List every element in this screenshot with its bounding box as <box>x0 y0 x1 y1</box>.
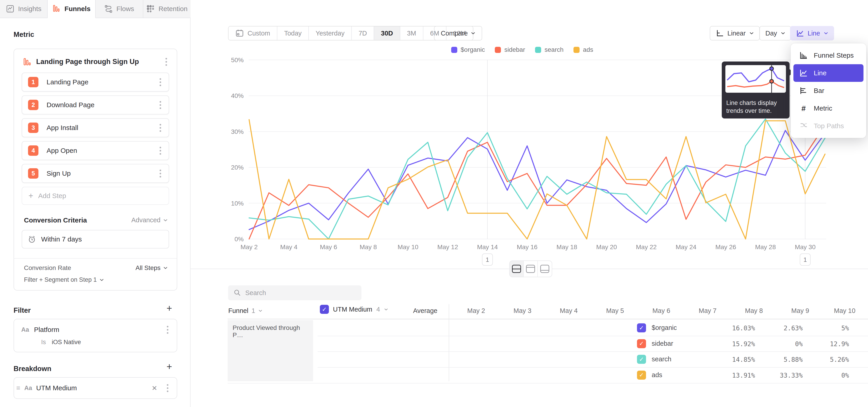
chart-only-view-button[interactable] <box>524 261 538 277</box>
chevron-down-icon <box>781 32 785 35</box>
tab-funnels[interactable]: Funnels <box>48 0 95 18</box>
menu-item-label: Top Paths <box>814 122 844 130</box>
menu-item-metric[interactable]: #Metric <box>794 99 864 117</box>
average-value: 13.91% <box>712 372 755 379</box>
tab-retention[interactable]: Retention <box>143 0 191 18</box>
funnels-app: InsightsFunnelsFlowsRetention Metric Lan… <box>0 0 868 407</box>
svg-text:1: 1 <box>804 256 807 263</box>
filter-clause[interactable]: Is iOS Native <box>41 339 81 346</box>
step-kebab-icon[interactable] <box>156 77 164 88</box>
filter-segment-dropdown[interactable]: Filter + Segment on Step 1 <box>24 276 104 283</box>
row-checkbox[interactable]: ✓ <box>637 355 646 364</box>
row-name: sidebar <box>652 340 673 347</box>
filter-property-name: Platform <box>34 326 159 334</box>
funnel-column-header[interactable]: Funnel 1 <box>228 307 262 315</box>
range-custom[interactable]: Custom <box>228 27 277 40</box>
breakdown-property-row[interactable]: ≡ Aa UTM Medium ✕ <box>16 378 171 398</box>
scale-dropdown[interactable]: Linear <box>710 26 760 40</box>
funnel-step-5[interactable]: 5 Sign Up <box>22 164 169 183</box>
breakdown-column-header[interactable]: ✓ UTM Medium 4 <box>320 305 388 314</box>
funnel-step-3[interactable]: 3 App Install <box>22 118 169 137</box>
row-checkbox[interactable]: ✓ <box>637 339 646 348</box>
date-column-header: May 7 <box>674 307 717 315</box>
granularity-label: Day <box>765 30 777 37</box>
split-view-button[interactable] <box>510 261 524 277</box>
svg-text:May 26: May 26 <box>715 244 736 251</box>
step-kebab-icon[interactable] <box>156 122 164 133</box>
funnel-step-1[interactable]: 1 Landing Page <box>22 72 169 92</box>
all-steps-label: All Steps <box>135 264 161 272</box>
metric-icon: # <box>799 104 808 113</box>
menu-item-bar[interactable]: Bar <box>794 82 864 99</box>
svg-text:May 12: May 12 <box>437 244 458 251</box>
metric-card-header[interactable]: Landing Page through Sign Up <box>23 55 170 69</box>
tab-flows[interactable]: Flows <box>96 0 143 18</box>
cell-value: 8% <box>852 324 868 332</box>
filter-kebab-icon[interactable] <box>164 324 171 335</box>
range-3m[interactable]: 3M <box>400 27 423 40</box>
add-filter-button[interactable]: + <box>164 304 174 313</box>
row-checkbox[interactable]: ✓ <box>637 371 646 380</box>
menu-item-line[interactable]: Line <box>794 64 864 82</box>
tab-insights[interactable]: Insights <box>0 0 48 18</box>
range-7d[interactable]: 7D <box>352 27 374 40</box>
search-input[interactable] <box>245 289 354 296</box>
all-steps-dropdown[interactable]: All Steps <box>135 264 168 272</box>
range-label: 7D <box>359 30 367 37</box>
step-kebab-icon[interactable] <box>156 168 164 179</box>
table-row-ads[interactable]: ✓ ads 13.91%33.33%0%16.67%0%0%0%0%14.29%… <box>318 368 868 383</box>
step-kebab-icon[interactable] <box>156 145 164 156</box>
table-search[interactable] <box>228 285 362 300</box>
granularity-dropdown[interactable]: Day <box>760 26 791 40</box>
range-yesterday[interactable]: Yesterday <box>309 27 352 40</box>
chart-type-dropdown[interactable]: Line <box>790 26 834 40</box>
conversion-window-button[interactable]: Within 7 days <box>22 230 169 249</box>
filter-property-row[interactable]: Aa Platform <box>21 323 171 336</box>
funnel-name-cell[interactable]: Product Viewed through P… <box>228 320 313 381</box>
divider <box>228 383 868 383</box>
metric-card: Landing Page through Sign Up 1 Landing P… <box>13 49 177 290</box>
svg-text:May 28: May 28 <box>755 244 776 251</box>
funnel-steps-list: 1 Landing Page 2 Download Page 3 App Ins… <box>22 72 169 187</box>
advanced-dropdown[interactable]: Advanced <box>131 216 168 224</box>
metric-kebab-icon[interactable] <box>162 56 170 67</box>
report-tab-strip: InsightsFunnelsFlowsRetention <box>0 0 191 18</box>
chevron-down-icon <box>749 32 754 35</box>
breakdown-kebab-icon[interactable] <box>164 383 171 394</box>
step-number-badge: 3 <box>28 123 38 133</box>
svg-text:May 8: May 8 <box>360 244 377 251</box>
step-kebab-icon[interactable] <box>156 99 164 111</box>
chevron-down-icon <box>163 267 168 269</box>
range-today[interactable]: Today <box>277 27 309 40</box>
table-row-search[interactable]: ✓ search 14.85%5.88%5.26%6.25%5.56%0%11.… <box>318 352 868 367</box>
funnel-step-2[interactable]: 2 Download Page <box>22 95 169 115</box>
funnel-steps-icon <box>799 51 808 60</box>
funnel-step-4[interactable]: 4 App Open <box>22 141 169 160</box>
date-column-header: May 8 <box>720 307 763 315</box>
range-label: 30D <box>381 30 393 37</box>
menu-item-funnel-steps[interactable]: Funnel Steps <box>794 46 864 64</box>
divider <box>228 319 868 319</box>
compare-button[interactable]: Compare <box>434 26 482 40</box>
add-breakdown-button[interactable]: + <box>164 362 174 372</box>
conversion-window-label: Within 7 days <box>41 236 82 243</box>
date-column-header: May 9 <box>766 307 809 315</box>
drag-handle-icon[interactable]: ≡ <box>16 384 20 392</box>
range-30d[interactable]: 30D <box>374 27 400 40</box>
step-number-badge: 5 <box>28 168 38 179</box>
svg-text:May 30: May 30 <box>795 244 815 251</box>
add-step-button[interactable]: + Add Step <box>22 187 169 205</box>
table-row-sidebar[interactable]: ✓ sidebar 15.92%0%12.9%9.38%15.15%14.29%… <box>318 336 868 352</box>
cell-value: 5.88% <box>760 356 803 363</box>
row-checkbox[interactable]: ✓ <box>637 323 646 333</box>
svg-text:May 16: May 16 <box>517 244 537 251</box>
remove-breakdown-icon[interactable]: ✕ <box>149 384 160 392</box>
step-number-badge: 4 <box>28 146 38 156</box>
conversion-rate-label: Conversion Rate <box>24 264 71 272</box>
calendar-icon <box>235 29 244 37</box>
svg-text:May 22: May 22 <box>636 244 657 251</box>
table-row-organic[interactable]: ✓ $organic 16.03%2.63%5%8%10%5.36%12.82%… <box>318 320 868 336</box>
insights-icon <box>6 4 14 13</box>
table-only-view-button[interactable] <box>538 261 552 277</box>
select-all-checkbox[interactable]: ✓ <box>320 305 329 314</box>
